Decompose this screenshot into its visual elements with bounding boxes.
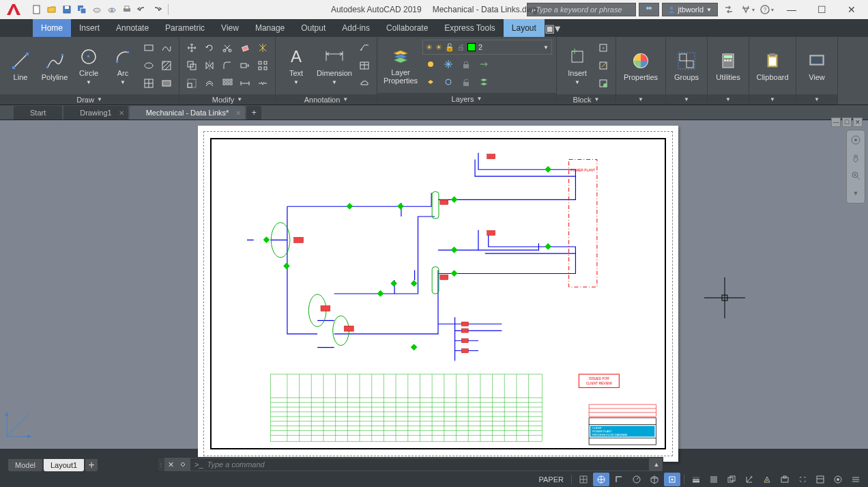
- annotation-visibility-icon[interactable]: [759, 473, 775, 486]
- lineweight-icon[interactable]: [688, 473, 704, 486]
- erase-icon[interactable]: [237, 40, 253, 56]
- ortho-icon[interactable]: [611, 473, 627, 486]
- trim-icon[interactable]: [219, 40, 235, 56]
- nav-expand-icon[interactable]: ▼: [849, 186, 863, 200]
- copy-icon[interactable]: [184, 57, 200, 74]
- search-input[interactable]: ▸ Type a keyword or phrase: [527, 3, 636, 16]
- grid-icon[interactable]: [575, 473, 592, 486]
- isodraft-icon[interactable]: [646, 473, 663, 486]
- panel-title-view[interactable]: ▼: [796, 94, 837, 105]
- layer-properties-button[interactable]: Layer Properties: [381, 40, 420, 89]
- tab-annotate[interactable]: Annotate: [108, 19, 157, 37]
- plot-icon[interactable]: [120, 3, 134, 16]
- filetab-drawing1[interactable]: Drawing1✕: [63, 106, 128, 120]
- snap-icon[interactable]: [593, 473, 609, 486]
- osnap-icon[interactable]: [664, 473, 680, 486]
- tab-manage[interactable]: Manage: [247, 19, 293, 37]
- command-input[interactable]: >_ Type a command: [190, 458, 649, 471]
- customization-icon[interactable]: [848, 473, 864, 486]
- rotate-icon[interactable]: [201, 40, 218, 56]
- ellipse-icon[interactable]: [141, 57, 157, 74]
- leader-icon[interactable]: [356, 40, 373, 56]
- panel-title-layers[interactable]: Layers▼: [377, 93, 556, 105]
- break-icon[interactable]: [255, 75, 271, 92]
- quick-properties-icon[interactable]: [812, 473, 828, 486]
- tab-model[interactable]: Model: [8, 459, 42, 471]
- workspace-icon[interactable]: [830, 473, 846, 486]
- panel-title-utilities[interactable]: ▼: [708, 94, 749, 105]
- help-icon[interactable]: ?▼: [759, 1, 775, 18]
- layer-lock-icon[interactable]: [458, 56, 474, 72]
- table-icon[interactable]: [356, 57, 373, 74]
- arc-button[interactable]: Arc▼: [106, 40, 139, 92]
- close-icon[interactable]: ✕: [119, 109, 124, 117]
- filetab-new[interactable]: +: [246, 106, 261, 120]
- offset-icon[interactable]: [201, 75, 218, 92]
- undo-icon[interactable]: [135, 3, 149, 16]
- cmd-handle-icon[interactable]: ⋮: [158, 458, 164, 471]
- fillet-icon[interactable]: [219, 57, 235, 74]
- explode-icon[interactable]: [255, 40, 271, 56]
- view-button[interactable]: View: [800, 40, 833, 92]
- region-icon[interactable]: [158, 75, 175, 92]
- panel-title-annotation[interactable]: Annotation▼: [276, 94, 377, 105]
- line-button[interactable]: Line: [4, 40, 37, 92]
- polar-icon[interactable]: [628, 473, 645, 486]
- app-logo[interactable]: [0, 0, 27, 19]
- cmd-recent-icon[interactable]: ▲: [650, 461, 663, 468]
- tab-insert[interactable]: Insert: [71, 19, 108, 37]
- panel-title-clipboard[interactable]: ▼: [749, 94, 796, 105]
- tab-parametric[interactable]: Parametric: [157, 19, 213, 37]
- layer-combo[interactable]: ☀☀🔓🖨 2 ▼: [422, 40, 552, 55]
- insert-button[interactable]: Insert▼: [561, 40, 594, 92]
- maximize-button[interactable]: ☐: [808, 0, 835, 19]
- space-label[interactable]: PAPER: [535, 475, 568, 484]
- minimize-button[interactable]: —: [778, 0, 805, 19]
- point-icon[interactable]: [141, 75, 157, 92]
- text-button[interactable]: A Text▼: [280, 40, 313, 92]
- lengthen-icon[interactable]: [237, 75, 253, 92]
- zoom-extents-icon[interactable]: [849, 169, 863, 182]
- spline-icon[interactable]: [158, 40, 175, 56]
- utilities-button[interactable]: Utilities: [712, 40, 744, 92]
- full-nav-icon[interactable]: [849, 133, 863, 147]
- tab-add-layout[interactable]: +: [85, 459, 98, 471]
- canvas[interactable]: — ☐ ✕ ▼: [0, 120, 868, 449]
- cloud-save-icon[interactable]: [105, 3, 119, 16]
- move-icon[interactable]: [184, 40, 200, 56]
- open-icon[interactable]: [45, 3, 59, 16]
- tab-express[interactable]: Express Tools: [436, 19, 503, 37]
- close-icon[interactable]: ✕: [235, 109, 241, 117]
- layer-thaw-icon[interactable]: [440, 74, 457, 90]
- mirror-icon[interactable]: [201, 57, 218, 74]
- layer-isolate-icon[interactable]: [422, 74, 439, 90]
- pan-icon[interactable]: [849, 151, 863, 165]
- clipboard-button[interactable]: Clipboard: [753, 40, 792, 92]
- edit-attributes-icon[interactable]: [595, 75, 611, 92]
- viewport-close-icon[interactable]: ✕: [853, 117, 863, 127]
- tab-layout1[interactable]: Layout1: [44, 459, 84, 471]
- tab-view[interactable]: View: [213, 19, 247, 37]
- selection-cycling-icon[interactable]: [723, 473, 740, 486]
- redo-icon[interactable]: [150, 3, 164, 16]
- units-icon[interactable]: ⛶: [794, 473, 811, 486]
- layer-off-icon[interactable]: [422, 56, 439, 72]
- signin-chip[interactable]: [639, 3, 659, 16]
- array-icon[interactable]: [255, 57, 271, 74]
- properties-button[interactable]: Properties: [620, 40, 661, 92]
- exchange-icon[interactable]: [721, 1, 737, 18]
- edit-block-icon[interactable]: [595, 57, 611, 74]
- stretch-icon[interactable]: [237, 57, 253, 74]
- polyline-button[interactable]: Polyline: [38, 40, 71, 92]
- layer-make-current-icon[interactable]: [476, 56, 492, 72]
- dimension-button[interactable]: Dimension▼: [314, 40, 355, 92]
- tab-layout[interactable]: Layout: [504, 19, 545, 37]
- filetab-mechanical[interactable]: Mechanical - Data Links*✕: [130, 106, 246, 120]
- annotation-scale-icon[interactable]: +: [741, 473, 757, 486]
- arraypath-icon[interactable]: [219, 75, 235, 92]
- cmd-options-icon[interactable]: [177, 460, 189, 469]
- layer-match-icon[interactable]: [476, 74, 492, 90]
- tab-output[interactable]: Output: [293, 19, 334, 37]
- transparency-icon[interactable]: [706, 473, 722, 486]
- viewport-maximize-icon[interactable]: ☐: [842, 117, 852, 127]
